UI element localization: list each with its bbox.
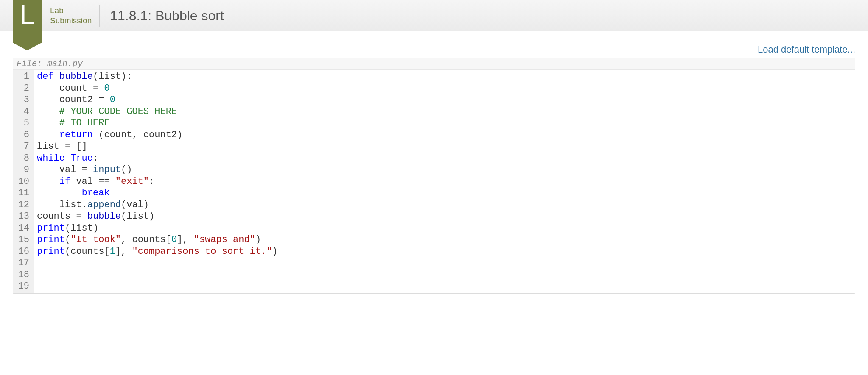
code-line[interactable]: count = 0 xyxy=(37,83,851,94)
code-line[interactable]: def bubble(list): xyxy=(37,71,851,83)
lab-type-line1: Lab xyxy=(50,6,92,16)
load-default-template-link[interactable]: Load default template... xyxy=(758,44,855,55)
code-line[interactable]: return (count, count2) xyxy=(37,129,851,141)
line-number: 9 xyxy=(16,164,29,176)
code-line[interactable]: count2 = 0 xyxy=(37,94,851,106)
line-number: 3 xyxy=(16,94,29,106)
code-line[interactable]: # TO HERE xyxy=(37,117,851,129)
code-line[interactable]: if val == "exit": xyxy=(37,176,851,188)
code-line[interactable]: print("It took", counts[0], "swaps and") xyxy=(37,234,851,246)
lab-type-line2: Submission xyxy=(50,16,92,26)
line-number: 2 xyxy=(16,83,29,94)
line-number: 18 xyxy=(16,269,29,281)
line-number-gutter: 12345678910111213141516171819 xyxy=(13,70,34,293)
code-editor: File: main.py 12345678910111213141516171… xyxy=(13,58,855,294)
line-number: 16 xyxy=(16,246,29,258)
line-number: 17 xyxy=(16,257,29,269)
code-line[interactable]: print(counts[1], "comparisons to sort it… xyxy=(37,246,851,258)
line-number: 19 xyxy=(16,281,29,292)
line-number: 6 xyxy=(16,129,29,141)
lab-type-label: Lab Submission xyxy=(50,0,99,31)
code-line[interactable]: list = [] xyxy=(37,141,851,153)
code-content[interactable]: def bubble(list): count = 0 count2 = 0 #… xyxy=(34,70,855,293)
line-number: 7 xyxy=(16,141,29,153)
line-number: 10 xyxy=(16,176,29,188)
code-line[interactable]: val = input() xyxy=(37,164,851,176)
line-number: 14 xyxy=(16,222,29,234)
lab-badge-letter: L xyxy=(20,1,35,28)
code-line[interactable]: print(list) xyxy=(37,222,851,234)
line-number: 12 xyxy=(16,199,29,211)
line-number: 8 xyxy=(16,153,29,164)
content-area: Load default template... File: main.py 1… xyxy=(0,31,868,294)
code-line[interactable]: # YOUR CODE GOES HERE xyxy=(37,106,851,118)
code-line[interactable]: while True: xyxy=(37,153,851,164)
lab-badge-shape: L xyxy=(13,0,42,43)
editor-filename: File: main.py xyxy=(13,58,855,70)
editor-toolbar: Load default template... xyxy=(13,44,855,55)
lab-title: 11.8.1: Bubble sort xyxy=(100,0,224,31)
line-number: 11 xyxy=(16,187,29,199)
code-line[interactable]: counts = bubble(list) xyxy=(37,211,851,222)
code-line[interactable]: break xyxy=(37,187,851,199)
lab-header: L Lab Submission 11.8.1: Bubble sort xyxy=(0,0,868,31)
code-line[interactable]: list.append(val) xyxy=(37,199,851,211)
line-number: 4 xyxy=(16,106,29,118)
line-number: 13 xyxy=(16,211,29,222)
line-number: 5 xyxy=(16,117,29,129)
code-area[interactable]: 12345678910111213141516171819 def bubble… xyxy=(13,70,855,293)
line-number: 15 xyxy=(16,234,29,246)
line-number: 1 xyxy=(16,71,29,83)
